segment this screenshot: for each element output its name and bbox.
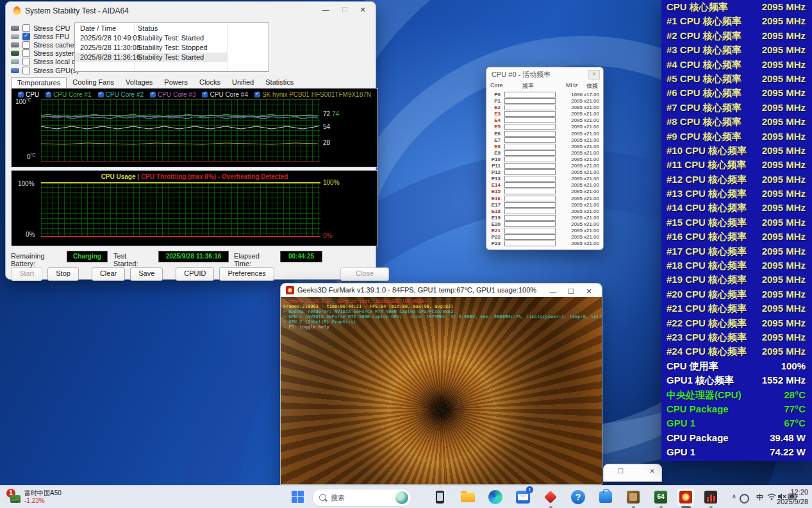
tab[interactable]: Unified — [226, 77, 260, 88]
sensor-row: #20 CPU 核心频率 2095 MHz — [661, 287, 812, 301]
stress-checkbox[interactable] — [22, 24, 30, 32]
device-icon — [11, 59, 19, 64]
sensor-value: 2095 MHz — [762, 188, 806, 199]
frequency-bar — [504, 157, 556, 162]
log-header-time: Date / Time — [80, 23, 116, 33]
tray-time: 12:20 — [777, 487, 808, 497]
widgets-button[interactable]: 1 富时中国A50 -1.23% — [4, 487, 100, 507]
sensor-row: CPU 核心频率 2095 MHz — [661, 0, 812, 14]
close-icon[interactable]: ✕ — [650, 468, 655, 475]
stress-checkbox[interactable] — [22, 33, 30, 40]
tab[interactable]: Temperatures — [11, 77, 67, 88]
furmark-taskbar-icon[interactable] — [677, 488, 695, 506]
core-label: P13 — [486, 176, 501, 182]
store-icon[interactable] — [597, 488, 615, 506]
wifi-icon[interactable] — [767, 493, 776, 500]
cpu-usage-line — [41, 182, 320, 183]
legend-checkbox[interactable] — [202, 92, 208, 97]
legend-checkbox[interactable] — [254, 92, 260, 97]
sensor-value: 2095 MHz — [762, 318, 806, 328]
background-dialog-fragment[interactable]: ☐ ✕ — [603, 464, 662, 482]
tray-chevron-icon[interactable]: ∧ — [732, 493, 736, 500]
search-highlights-icon[interactable] — [395, 491, 408, 504]
gpu-shark-icon[interactable] — [702, 488, 720, 506]
tab[interactable]: Statistics — [260, 77, 299, 88]
legend-item[interactable]: CPU Core #2 — [98, 91, 144, 98]
core-label: P22 — [486, 234, 501, 240]
aida64-titlebar[interactable]: System Stability Test - AIDA64 — ☐ ✕ — [6, 2, 376, 20]
core-label: P10 — [486, 157, 501, 162]
temp-right-label: 54 — [323, 123, 330, 130]
edge-browser-icon[interactable] — [486, 488, 504, 506]
file-explorer-icon[interactable] — [459, 488, 477, 506]
tab[interactable]: Clocks — [194, 77, 226, 88]
aida64-taskbar-icon[interactable] — [542, 488, 559, 506]
close-icon[interactable]: ✕ — [583, 287, 595, 296]
stability-log-table[interactable]: Date / Time Status 2025/9/28 10:49:01 St… — [74, 22, 269, 72]
close-icon[interactable]: ✕ — [588, 70, 600, 80]
legend-item[interactable]: SK hynix PCB01 HFS001TFM9X187N — [254, 91, 371, 98]
aida64-button[interactable]: Clear — [92, 267, 125, 281]
core-label: E7 — [486, 137, 501, 143]
app-64-icon[interactable]: 64 — [652, 488, 670, 506]
tab[interactable]: Cooling Fans — [67, 77, 120, 88]
get-help-icon[interactable]: ? — [569, 488, 587, 506]
search-box[interactable]: 搜索 — [312, 489, 411, 507]
core-label: E17 — [486, 202, 501, 208]
maximize-button[interactable]: ☐ — [565, 287, 577, 296]
sensor-row: #5 CPU 核心频率 2095 MHz — [661, 72, 812, 86]
test-started-value: 2025/9/28 11:36:16 — [158, 251, 229, 262]
legend-item[interactable]: CPU Core #1 — [46, 91, 91, 98]
aida64-button[interactable]: Stop — [47, 267, 79, 281]
cpu-throttle-line — [41, 236, 320, 237]
tray-circle-icon[interactable] — [740, 494, 749, 504]
y-axis-bottom-label: 0°C — [27, 153, 35, 160]
core-frequency-row: E15 2095 x21.00 — [486, 188, 603, 194]
frequency-bar — [504, 105, 556, 110]
log-row[interactable]: 2025/9/28 11:36:16 Stability Test: Start… — [75, 53, 227, 62]
ime-indicator[interactable]: 中 — [756, 493, 763, 502]
furmark-titlebar[interactable]: Geeks3D FurMark v1.39.1.0 - 84FPS, GPU1 … — [281, 284, 602, 297]
frequency-bar — [504, 163, 556, 169]
stress-label: Stress CPU — [33, 24, 70, 32]
cpu-z-icon[interactable] — [624, 488, 642, 506]
aida64-button[interactable]: CPUID — [176, 267, 214, 281]
stress-checkbox[interactable] — [22, 58, 30, 65]
start-button[interactable] — [292, 491, 304, 504]
stress-checkbox[interactable] — [22, 49, 30, 57]
minimize-button[interactable]: — — [319, 6, 332, 13]
sensor-label: #1 CPU 核心频率 — [667, 15, 742, 28]
phone-link-icon[interactable] — [431, 488, 449, 506]
legend-checkbox[interactable] — [18, 92, 24, 97]
legend-item[interactable]: CPU Core #3 — [150, 91, 195, 98]
aida64-button[interactable]: Save — [130, 267, 163, 281]
log-row[interactable]: 2025/9/28 10:49:01 Stability Test: Start… — [75, 33, 227, 43]
stress-checkbox[interactable] — [22, 67, 30, 74]
core-frequency-row: P1 2095 x21.00 — [486, 97, 603, 104]
overlay-line: FurMark v1.39.1.0 - Burn-in test, 1920x1… — [283, 299, 602, 304]
aida64-button[interactable]: Preferences — [219, 267, 274, 281]
mail-icon[interactable]: 1 — [514, 488, 532, 506]
legend-checkbox[interactable] — [98, 92, 104, 97]
core-multiplier: x21.00 — [579, 144, 599, 149]
core-label: E6 — [486, 131, 501, 137]
tab[interactable]: Voltages — [120, 77, 158, 88]
throttling-warning: CPU Throttling (max 8%) - Overheating De… — [141, 173, 288, 180]
minimize-button[interactable]: — — [547, 287, 559, 295]
legend-checkbox[interactable] — [46, 92, 51, 97]
tab[interactable]: Powers — [158, 77, 194, 88]
legend-label: SK hynix PCB01 HFS001TFM9X187N — [262, 91, 371, 98]
sensor-row: #14 CPU 核心频率 2095 MHz — [661, 201, 812, 215]
close-icon[interactable]: ✕ — [356, 6, 369, 14]
sensor-row: #23 CPU 核心频率 2095 MHz — [661, 330, 812, 344]
legend-checkbox[interactable] — [150, 92, 156, 97]
stress-checkbox[interactable] — [22, 41, 30, 49]
core-label: E21 — [486, 228, 501, 233]
legend-item[interactable]: CPU Core #4 — [202, 91, 247, 98]
sensor-value: 2095 MHz — [762, 145, 806, 156]
maximize-icon[interactable]: ☐ — [618, 468, 624, 475]
aida64-button[interactable]: Start — [11, 267, 42, 281]
log-row[interactable]: 2025/9/28 11:30:08 Stability Test: Stopp… — [75, 43, 227, 53]
core-multiplier: x21.00 — [579, 202, 599, 208]
taskbar-clock[interactable]: 12:20 2025/9/28 — [777, 487, 808, 507]
